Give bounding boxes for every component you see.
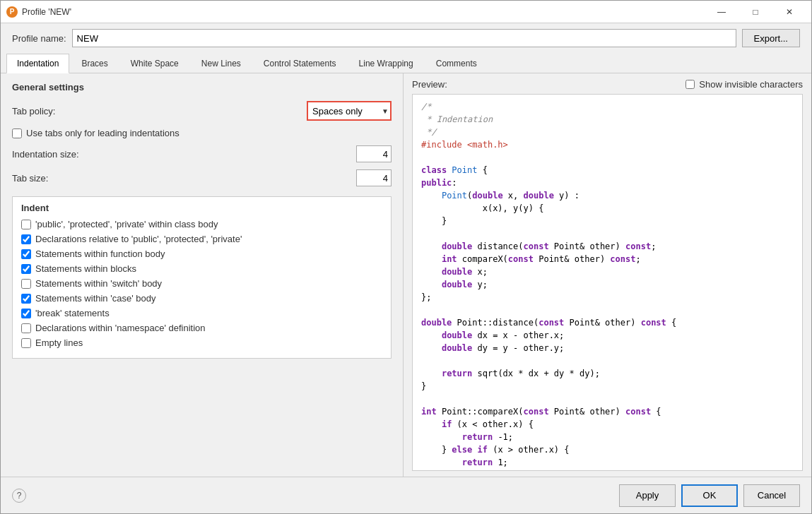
indent-checkbox-8[interactable] bbox=[21, 338, 31, 348]
left-panel: General settings Tab policy: Spaces only… bbox=[1, 73, 404, 477]
indent-item-0: 'public', 'protected', 'private' within … bbox=[21, 219, 382, 229]
apply-button[interactable]: Apply bbox=[619, 484, 676, 507]
indent-label-0[interactable]: 'public', 'protected', 'private' within … bbox=[35, 219, 218, 229]
indentation-size-row: Indentation size: bbox=[12, 145, 392, 162]
main-content: General settings Tab policy: Spaces only… bbox=[1, 73, 811, 477]
bottom-bar: ? Apply OK Cancel bbox=[1, 477, 811, 513]
indent-item-8: Empty lines bbox=[21, 337, 382, 348]
cancel-button[interactable]: Cancel bbox=[743, 484, 800, 507]
profile-name-label: Profile name: bbox=[12, 33, 66, 44]
code-preview: /* * Indentation */ #include <math.h> cl… bbox=[412, 94, 803, 471]
tab-linewrapping[interactable]: Line Wrapping bbox=[348, 54, 424, 73]
indent-label-1[interactable]: Declarations relative to 'public', 'prot… bbox=[35, 234, 242, 244]
tab-policy-wrapper: Spaces only Tabs only Mixed ▼ bbox=[307, 101, 392, 121]
bottom-right: Apply OK Cancel bbox=[619, 484, 800, 507]
indent-label-8[interactable]: Empty lines bbox=[35, 337, 83, 348]
indent-checkbox-5[interactable] bbox=[21, 294, 31, 304]
app-icon: P bbox=[6, 6, 18, 18]
indent-checkbox-4[interactable] bbox=[21, 279, 31, 289]
indent-checkbox-0[interactable] bbox=[21, 220, 31, 229]
tab-control[interactable]: Control Statements bbox=[253, 54, 347, 73]
indent-label-4[interactable]: Statements within 'switch' body bbox=[35, 278, 162, 289]
ok-button[interactable]: OK bbox=[681, 484, 738, 507]
code-block: /* * Indentation */ #include <math.h> cl… bbox=[421, 100, 794, 471]
indent-section-title: Indent bbox=[21, 203, 382, 213]
general-settings-title: General settings bbox=[12, 82, 392, 92]
use-tabs-label[interactable]: Use tabs only for leading indentations bbox=[26, 128, 180, 138]
profile-name-input[interactable] bbox=[72, 29, 736, 47]
tab-comments[interactable]: Comments bbox=[425, 54, 488, 73]
indent-label-7[interactable]: Declarations within 'namespace' definiti… bbox=[35, 323, 206, 333]
indent-item-1: Declarations relative to 'public', 'prot… bbox=[21, 234, 382, 244]
indent-item-7: Declarations within 'namespace' definiti… bbox=[21, 323, 382, 333]
show-invisible-label[interactable]: Show invisible characters bbox=[699, 79, 803, 90]
help-button[interactable]: ? bbox=[12, 489, 26, 503]
indent-item-4: Statements within 'switch' body bbox=[21, 278, 382, 289]
tab-indentation[interactable]: Indentation bbox=[6, 54, 69, 73]
indent-label-6[interactable]: 'break' statements bbox=[35, 308, 110, 318]
indent-checkbox-3[interactable] bbox=[21, 264, 31, 274]
right-panel: Preview: Show invisible characters /* * … bbox=[404, 73, 811, 477]
tab-braces[interactable]: Braces bbox=[71, 54, 118, 73]
title-controls: — □ ✕ bbox=[705, 1, 806, 23]
preview-label: Preview: bbox=[412, 79, 447, 90]
tab-whitespace[interactable]: White Space bbox=[120, 54, 189, 73]
use-tabs-checkbox[interactable] bbox=[12, 128, 22, 138]
indentation-size-input[interactable] bbox=[356, 145, 392, 162]
preview-header: Preview: Show invisible characters bbox=[412, 79, 803, 90]
indent-checkbox-2[interactable] bbox=[21, 249, 31, 259]
profile-row: Profile name: Export... bbox=[1, 23, 811, 53]
tabs-bar: Indentation Braces White Space New Lines… bbox=[1, 53, 811, 73]
indent-item-3: Statements within blocks bbox=[21, 263, 382, 274]
title-bar-left: P Profile 'NEW' bbox=[6, 6, 71, 18]
show-invisible-checkbox[interactable] bbox=[686, 80, 695, 89]
tab-size-row: Tab size: bbox=[12, 169, 392, 186]
minimize-button[interactable]: — bbox=[705, 1, 738, 23]
main-window: P Profile 'NEW' — □ ✕ Profile name: Expo… bbox=[0, 0, 812, 514]
window-title: Profile 'NEW' bbox=[22, 7, 71, 17]
indent-item-2: Statements within function body bbox=[21, 249, 382, 259]
indent-section: Indent 'public', 'protected', 'private' … bbox=[12, 196, 392, 359]
show-invisible-row: Show invisible characters bbox=[686, 79, 803, 90]
tab-size-label: Tab size: bbox=[12, 173, 356, 184]
indent-item-6: 'break' statements bbox=[21, 308, 382, 318]
tab-newlines[interactable]: New Lines bbox=[191, 54, 252, 73]
tab-policy-select[interactable]: Spaces only Tabs only Mixed bbox=[307, 101, 392, 121]
indent-label-3[interactable]: Statements within blocks bbox=[35, 263, 136, 274]
indent-checkbox-7[interactable] bbox=[21, 323, 31, 333]
indent-item-5: Statements within 'case' body bbox=[21, 293, 382, 304]
indentation-size-label: Indentation size: bbox=[12, 149, 356, 160]
indent-label-5[interactable]: Statements within 'case' body bbox=[35, 293, 155, 304]
tab-policy-row: Tab policy: Spaces only Tabs only Mixed … bbox=[12, 101, 392, 121]
tab-policy-label: Tab policy: bbox=[12, 106, 307, 116]
export-button[interactable]: Export... bbox=[742, 29, 800, 47]
indent-checkbox-1[interactable] bbox=[21, 234, 31, 244]
use-tabs-row: Use tabs only for leading indentations bbox=[12, 128, 392, 138]
maximize-button[interactable]: □ bbox=[739, 1, 772, 23]
tab-size-input[interactable] bbox=[356, 169, 392, 186]
title-bar: P Profile 'NEW' — □ ✕ bbox=[1, 1, 811, 23]
indent-label-2[interactable]: Statements within function body bbox=[35, 249, 165, 259]
close-button[interactable]: ✕ bbox=[773, 1, 806, 23]
indent-checkbox-6[interactable] bbox=[21, 309, 31, 318]
